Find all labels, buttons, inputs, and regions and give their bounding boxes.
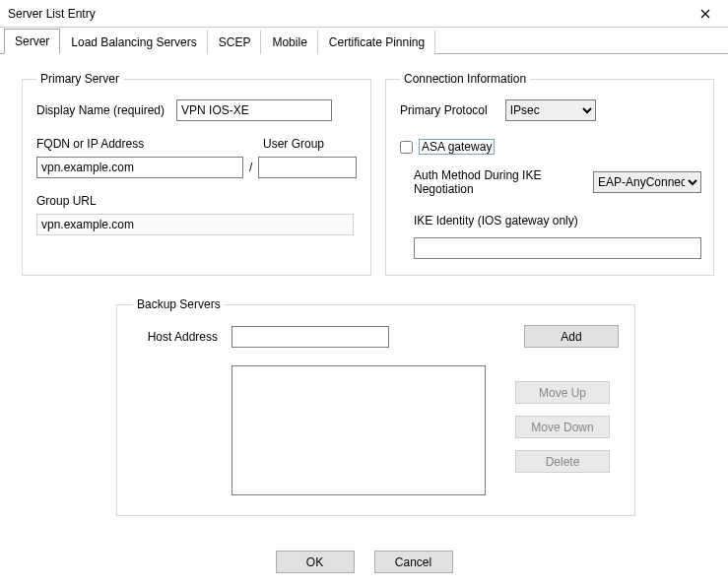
ike-identity-label: IKE Identity (IOS gateway only): [414, 214, 701, 228]
move-down-button[interactable]: Move Down: [515, 416, 610, 438]
backup-server-listbox[interactable]: [232, 365, 486, 495]
group-url-label: Group URL: [36, 194, 359, 208]
server-list-entry-window: Server List Entry Server Load Balancing …: [0, 0, 728, 587]
group-url-input: [36, 214, 354, 235]
asa-gateway-label: ASA gateway: [419, 139, 495, 155]
tab-cert-pinning[interactable]: Certificate Pinning: [318, 30, 435, 54]
tab-mobile[interactable]: Mobile: [261, 30, 317, 54]
auth-method-label: Auth Method During IKE Negotiation: [414, 168, 579, 196]
auth-method-select[interactable]: EAP-AnyConnect: [593, 171, 701, 193]
fqdn-label: FQDN or IP Address: [36, 137, 243, 151]
ok-button[interactable]: OK: [276, 551, 355, 573]
user-group-label: User Group: [263, 137, 324, 151]
fqdn-separator: /: [249, 161, 252, 174]
host-address-input[interactable]: [232, 326, 389, 348]
primary-server-group: Primary Server Display Name (required) F…: [22, 72, 371, 276]
tab-scep[interactable]: SCEP: [208, 30, 262, 54]
close-icon: [700, 9, 710, 19]
tab-bar: Server Load Balancing Servers SCEP Mobil…: [0, 28, 728, 54]
connection-info-group: Connection Information Primary Protocol …: [385, 72, 714, 276]
window-title: Server List Entry: [8, 7, 691, 21]
display-name-label: Display Name (required): [36, 103, 165, 117]
move-up-button[interactable]: Move Up: [515, 381, 610, 404]
backup-servers-legend: Backup Servers: [133, 297, 225, 311]
titlebar: Server List Entry: [0, 0, 728, 28]
dialog-body: Primary Server Display Name (required) F…: [0, 54, 728, 526]
user-group-input[interactable]: [258, 157, 357, 178]
close-button[interactable]: [691, 4, 720, 24]
primary-protocol-select[interactable]: IPsec: [505, 99, 596, 121]
primary-protocol-label: Primary Protocol: [400, 103, 488, 117]
primary-server-legend: Primary Server: [36, 72, 123, 86]
tab-server[interactable]: Server: [4, 29, 60, 54]
asa-gateway-checkbox[interactable]: [400, 141, 413, 154]
delete-button[interactable]: Delete: [515, 450, 610, 473]
display-name-input[interactable]: [176, 99, 332, 121]
connection-info-legend: Connection Information: [400, 72, 530, 86]
dialog-button-bar: OK Cancel: [0, 551, 728, 573]
backup-servers-group: Backup Servers Host Address Add Move Up …: [116, 297, 635, 516]
fqdn-input[interactable]: [36, 157, 243, 178]
cancel-button[interactable]: Cancel: [374, 551, 453, 573]
host-address-label: Host Address: [133, 330, 218, 344]
tab-load-balancing[interactable]: Load Balancing Servers: [60, 30, 207, 54]
ike-identity-input[interactable]: [414, 237, 701, 259]
add-button[interactable]: Add: [524, 325, 619, 348]
